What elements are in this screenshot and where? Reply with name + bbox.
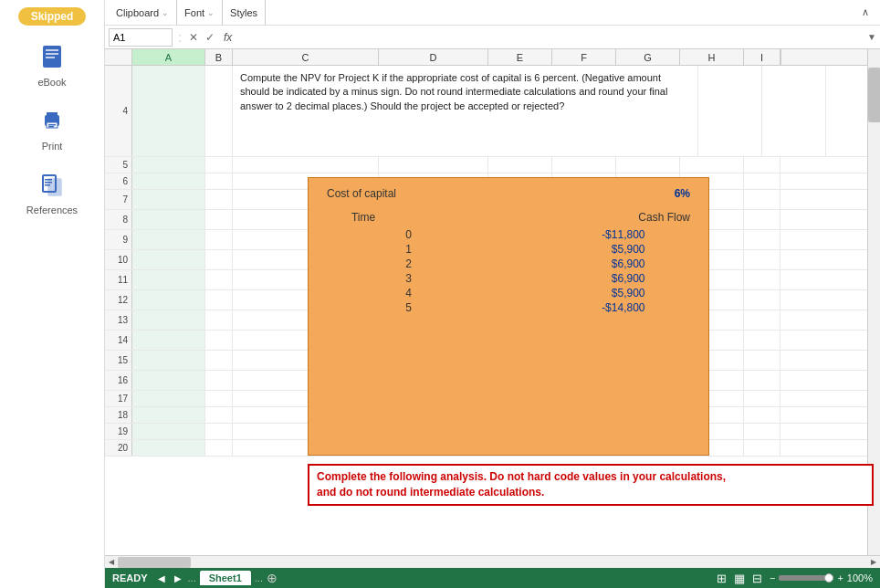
- zoom-slider[interactable]: [779, 575, 833, 581]
- sheet-nav-left[interactable]: ◀: [155, 573, 168, 583]
- cell-g5[interactable]: [616, 157, 680, 173]
- horizontal-scrollbar[interactable]: ◀ ▶: [105, 555, 880, 568]
- scroll-track[interactable]: [118, 556, 867, 569]
- scroll-left-arrow[interactable]: ◀: [105, 556, 118, 569]
- cell-b17[interactable]: [205, 391, 233, 406]
- cell-B12[interactable]: [205, 290, 233, 310]
- cell-B16[interactable]: [205, 371, 233, 390]
- cell-A12[interactable]: [132, 290, 205, 310]
- scroll-thumb[interactable]: [118, 557, 191, 568]
- col-header-d: D: [379, 49, 488, 65]
- cell-B8[interactable]: [205, 210, 233, 229]
- zoom-slider-thumb[interactable]: [824, 573, 833, 583]
- col-header-scroll: [780, 49, 793, 65]
- cell-B14[interactable]: [205, 331, 233, 350]
- scroll-filler-13: [780, 310, 793, 330]
- cell-B9[interactable]: [205, 230, 233, 249]
- cell-I11[interactable]: [744, 270, 780, 289]
- cell-A16[interactable]: [132, 371, 205, 390]
- cell-a5[interactable]: [132, 157, 205, 173]
- cell-a4[interactable]: [132, 66, 205, 156]
- cell-i18[interactable]: [744, 407, 780, 423]
- formula-input[interactable]: [239, 28, 864, 47]
- cell-f5[interactable]: [552, 157, 616, 173]
- red-instruction-text: Complete the following analysis. Do not …: [309, 466, 872, 504]
- scroll-filler-17: [780, 391, 793, 406]
- cancel-formula-button[interactable]: ✕: [187, 31, 200, 44]
- ribbon-collapse-button[interactable]: ∧: [854, 6, 876, 18]
- cell-I16[interactable]: [744, 371, 780, 390]
- cell-b18[interactable]: [205, 407, 233, 423]
- cell-a19[interactable]: [132, 424, 205, 439]
- time-header: Time: [327, 211, 400, 224]
- orange-data-rows: 0 -$11,800 1 $5,900 2 $6,900 3 $6,900 4 …: [327, 227, 690, 315]
- cell-I14[interactable]: [744, 331, 780, 350]
- svg-rect-2: [46, 53, 58, 55]
- scroll-right-arrow[interactable]: ▶: [867, 556, 880, 569]
- print-label: Print: [42, 141, 63, 152]
- layout-icon[interactable]: ▦: [734, 572, 745, 585]
- fx-label: fx: [220, 31, 236, 44]
- cell-A13[interactable]: [132, 310, 205, 330]
- cell-B10[interactable]: [205, 250, 233, 269]
- page-break-icon[interactable]: ⊟: [752, 572, 762, 585]
- cell-i7[interactable]: [744, 190, 780, 209]
- cell-f4[interactable]: [762, 66, 826, 156]
- cell-c4-question[interactable]: Compute the NPV for Project K if the app…: [233, 66, 698, 156]
- cell-i17[interactable]: [744, 391, 780, 406]
- cell-b20[interactable]: [205, 440, 233, 456]
- zoom-plus-button[interactable]: +: [837, 572, 843, 583]
- scrollbar-thumb[interactable]: [868, 68, 880, 122]
- cell-i6[interactable]: [744, 173, 780, 189]
- cell-a18[interactable]: [132, 407, 205, 423]
- cell-i19[interactable]: [744, 424, 780, 439]
- cell-I12[interactable]: [744, 290, 780, 310]
- cell-A8[interactable]: [132, 210, 205, 229]
- cell-I8[interactable]: [744, 210, 780, 229]
- cell-reference-input[interactable]: [109, 28, 173, 47]
- cell-a6[interactable]: [132, 173, 205, 189]
- add-sheet-button[interactable]: ⊕: [267, 571, 278, 585]
- cell-i5[interactable]: [744, 157, 780, 173]
- cell-A15[interactable]: [132, 351, 205, 370]
- cell-I9[interactable]: [744, 230, 780, 249]
- scroll-filler-5: [780, 157, 793, 173]
- cell-a17[interactable]: [132, 391, 205, 406]
- cell-B15[interactable]: [205, 351, 233, 370]
- row-8-num: 8: [105, 210, 132, 229]
- cell-b6[interactable]: [205, 173, 233, 189]
- cell-b4[interactable]: [205, 66, 233, 156]
- confirm-formula-button[interactable]: ✓: [204, 31, 216, 44]
- cell-e4[interactable]: [698, 66, 762, 156]
- grid-icon[interactable]: ⊞: [717, 572, 727, 585]
- cell-A10[interactable]: [132, 250, 205, 269]
- cell-B11[interactable]: [205, 270, 233, 289]
- cell-c5[interactable]: [233, 157, 379, 173]
- cell-a20[interactable]: [132, 440, 205, 456]
- sidebar-item-ebook[interactable]: eBook: [36, 40, 68, 88]
- cell-B13[interactable]: [205, 310, 233, 330]
- sheet-nav-right[interactable]: ▶: [172, 573, 184, 583]
- cell-A14[interactable]: [132, 331, 205, 350]
- sheet-tab-sheet1[interactable]: Sheet1: [200, 571, 251, 585]
- cell-b5[interactable]: [205, 157, 233, 173]
- formula-dropdown-icon[interactable]: ▼: [867, 32, 876, 42]
- cell-a7[interactable]: [132, 190, 205, 209]
- zoom-minus-button[interactable]: −: [770, 572, 775, 583]
- sidebar-item-references[interactable]: References: [26, 168, 78, 215]
- sidebar-item-print[interactable]: Print: [36, 104, 68, 152]
- cell-I13[interactable]: [744, 310, 780, 330]
- cell-I15[interactable]: [744, 351, 780, 370]
- cell-A11[interactable]: [132, 270, 205, 289]
- cell-h5[interactable]: [680, 157, 744, 173]
- cell-b7[interactable]: [205, 190, 233, 209]
- cell-e5[interactable]: [488, 157, 552, 173]
- cell-i20[interactable]: [744, 440, 780, 456]
- scroll-filler-11: [780, 270, 793, 289]
- cell-A9[interactable]: [132, 230, 205, 249]
- cell-I10[interactable]: [744, 250, 780, 269]
- scroll-filler-20: [780, 440, 793, 456]
- cell-d5[interactable]: [379, 157, 488, 173]
- row-num-header-corner: [105, 49, 132, 65]
- cell-b19[interactable]: [205, 424, 233, 439]
